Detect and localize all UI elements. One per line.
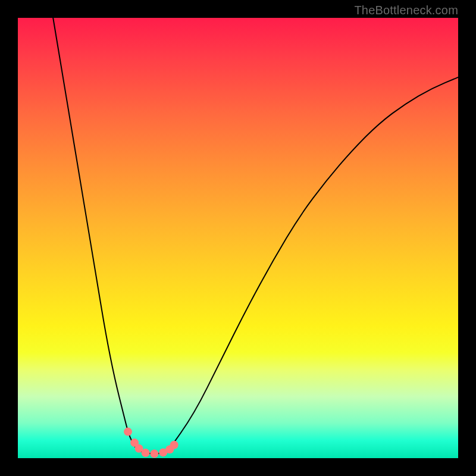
chart-frame: TheBottleneck.com bbox=[0, 0, 476, 476]
marker-dot bbox=[150, 450, 158, 458]
marker-dot bbox=[124, 428, 132, 436]
bottleneck-curve bbox=[53, 18, 458, 454]
marker-dot bbox=[170, 441, 178, 449]
chart-svg bbox=[18, 18, 458, 458]
chart-plot-area bbox=[18, 18, 458, 458]
watermark-text: TheBottleneck.com bbox=[354, 4, 458, 17]
marker-dot bbox=[142, 449, 150, 457]
marker-dots bbox=[124, 428, 178, 458]
